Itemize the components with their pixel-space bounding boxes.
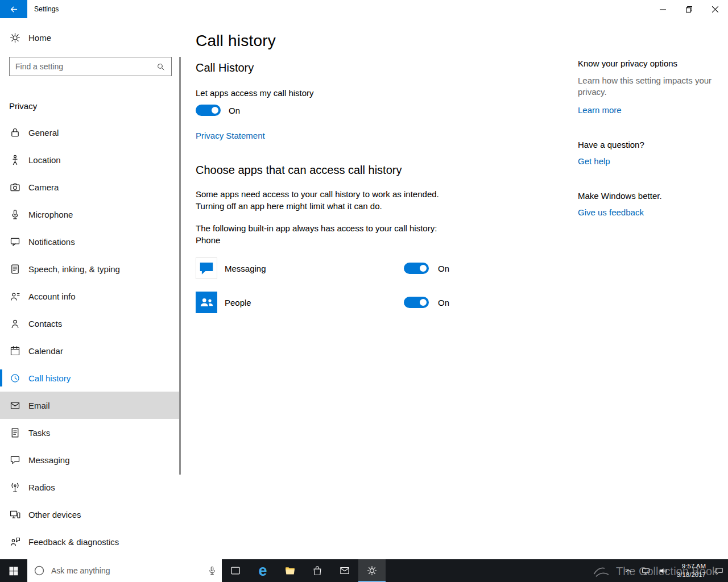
sidebar-item-label: General [28,128,59,138]
back-arrow-icon [9,5,19,14]
sidebar: Home Privacy General Location Camera [0,18,181,559]
people-app-icon [196,292,217,313]
messaging-app-icon [196,257,217,279]
home-icon [9,32,21,44]
tasks-icon [9,427,21,439]
taskbar: Ask me anything e 9:57 AM 3/18/2017 [0,559,728,582]
settings-taskbar-button[interactable] [358,559,386,582]
window-controls [650,0,728,18]
back-button[interactable] [0,0,27,18]
sidebar-item-tasks[interactable]: Tasks [0,419,181,446]
privacy-statement-link[interactable]: Privacy Statement [196,131,265,140]
sidebar-item-label: Contacts [28,319,62,329]
toggle-knob [212,107,218,114]
mail-envelope-icon [339,565,350,576]
windows-logo-icon [8,565,19,576]
sidebar-item-home[interactable]: Home [0,26,181,49]
app-toggle[interactable] [404,263,429,274]
sidebar-item-messaging[interactable]: Messaging [0,446,181,473]
app-title: Settings [34,0,59,18]
taskbar-search-placeholder: Ask me anything [51,566,207,575]
sidebar-item-label: Call history [28,373,71,383]
choose-apps-heading: Choose apps that can access call history [196,164,463,177]
cortana-search-box[interactable]: Ask me anything [27,559,222,582]
sidebar-item-label: Speech, inking, & typing [28,264,120,274]
app-toggle[interactable] [404,297,429,308]
search-icon[interactable] [156,62,166,72]
call-history-access-toggle[interactable] [196,105,221,116]
find-setting-searchbox[interactable] [9,57,172,76]
notifications-icon [9,236,21,248]
lock-icon [9,127,21,139]
volume-button[interactable] [655,559,672,582]
app-name: Messaging [225,264,266,273]
sidebar-item-speech-inking-typing[interactable]: Speech, inking, & typing [0,255,181,282]
sidebar-item-notifications[interactable]: Notifications [0,228,181,255]
sidebar-item-label: Other devices [28,510,81,519]
start-button[interactable] [0,559,27,582]
close-icon [712,6,718,13]
microphone-icon [9,209,21,221]
app-name: People [225,298,251,307]
minimize-button[interactable] [650,0,676,18]
sidebar-item-location[interactable]: Location [0,146,181,173]
sidebar-item-calendar[interactable]: Calendar [0,337,181,364]
sidebar-item-account-info[interactable]: Account info [0,282,181,310]
sidebar-item-contacts[interactable]: Contacts [0,310,181,337]
maximize-button[interactable] [676,0,702,18]
toggle-knob [420,299,427,306]
search-input[interactable] [10,57,156,76]
sidebar-item-general[interactable]: General [0,119,181,146]
file-explorer-button[interactable] [276,559,304,582]
edge-taskbar-button[interactable]: e [249,559,276,582]
location-icon [9,154,21,166]
store-button[interactable] [304,559,331,582]
action-center-button[interactable] [710,559,728,582]
sidebar-item-call-history[interactable]: Call history [0,364,181,392]
task-view-button[interactable] [222,559,249,582]
builtin-app-note: The following built-in app always has ac… [196,222,446,246]
other-devices-icon [9,509,21,521]
sidebar-item-feedback-diagnostics[interactable]: Feedback & diagnostics [0,528,181,555]
learn-more-link[interactable]: Learn more [578,105,622,115]
call-history-section-heading: Call History [196,61,463,74]
sidebar-item-radios[interactable]: Radios [0,473,181,501]
choose-apps-description: Some apps need access to your call histo… [196,188,446,212]
question-heading: Have a question? [578,140,720,149]
toggle-knob [420,265,427,272]
speech-icon [9,263,21,275]
calendar-icon [9,345,21,357]
sidebar-item-label: Microphone [28,210,73,219]
network-button[interactable] [637,559,655,582]
email-icon [9,400,21,411]
privacy-options-heading: Know your privacy options [578,59,720,68]
sidebar-item-label: Camera [28,182,59,192]
get-help-link[interactable]: Get help [578,156,610,166]
cortana-icon [33,564,46,577]
restore-icon [686,6,692,13]
cortana-microphone-icon[interactable] [207,566,217,576]
sidebar-item-label: Account info [28,292,76,301]
sidebar-scrollbar[interactable] [179,57,181,475]
privacy-section-label: Privacy [0,76,181,119]
edge-icon: e [258,563,267,579]
camera-icon [9,181,21,193]
sidebar-item-email[interactable]: Email [0,392,181,419]
sidebar-item-camera[interactable]: Camera [0,173,181,201]
store-bag-icon [312,565,323,576]
give-feedback-link[interactable]: Give us feedback [578,207,644,217]
app-toggle-list: Messaging On People On [196,257,463,313]
radios-icon [9,481,21,493]
action-center-icon [714,566,724,576]
close-button[interactable] [702,0,728,18]
sidebar-item-other-devices[interactable]: Other devices [0,501,181,528]
tray-expand-button[interactable] [619,559,637,582]
access-toggle-row: On [196,105,463,116]
speaker-icon [659,566,668,576]
mail-button[interactable] [331,559,358,582]
page-title: Call history [196,32,463,50]
taskbar-clock[interactable]: 9:57 AM 3/18/2017 [672,562,710,579]
app-row-messaging: Messaging On [196,257,452,279]
sidebar-item-label: Messaging [28,455,70,465]
sidebar-item-microphone[interactable]: Microphone [0,201,181,228]
